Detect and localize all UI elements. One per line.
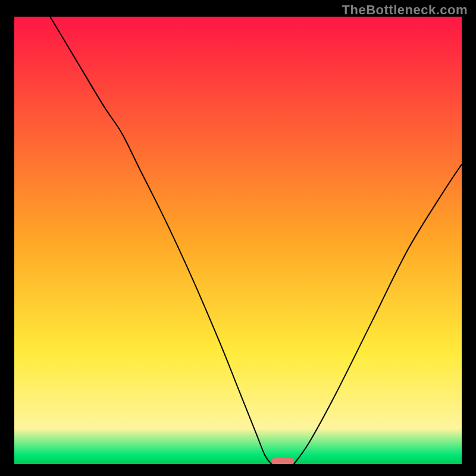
gradient-background [14,17,462,464]
bottleneck-marker [271,458,294,464]
chart-container: TheBottleneck.com [0,0,476,476]
watermark-text: TheBottleneck.com [342,2,468,18]
bottleneck-chart [0,0,476,476]
